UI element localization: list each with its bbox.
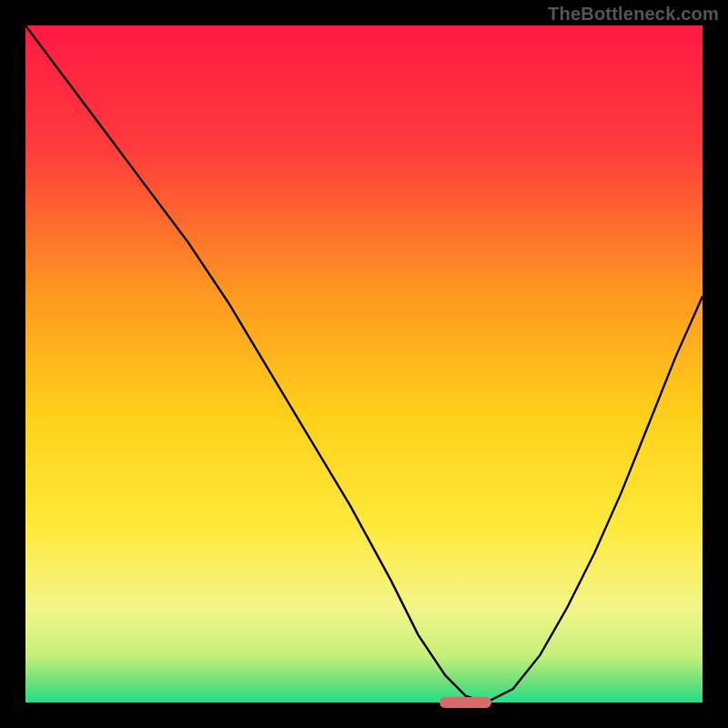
chart-frame: TheBottleneck.com <box>0 0 728 728</box>
curve-path <box>25 25 703 703</box>
plot-area <box>25 25 703 703</box>
bottleneck-curve <box>25 25 703 703</box>
minimum-marker <box>440 697 491 708</box>
watermark-text: TheBottleneck.com <box>548 4 719 25</box>
